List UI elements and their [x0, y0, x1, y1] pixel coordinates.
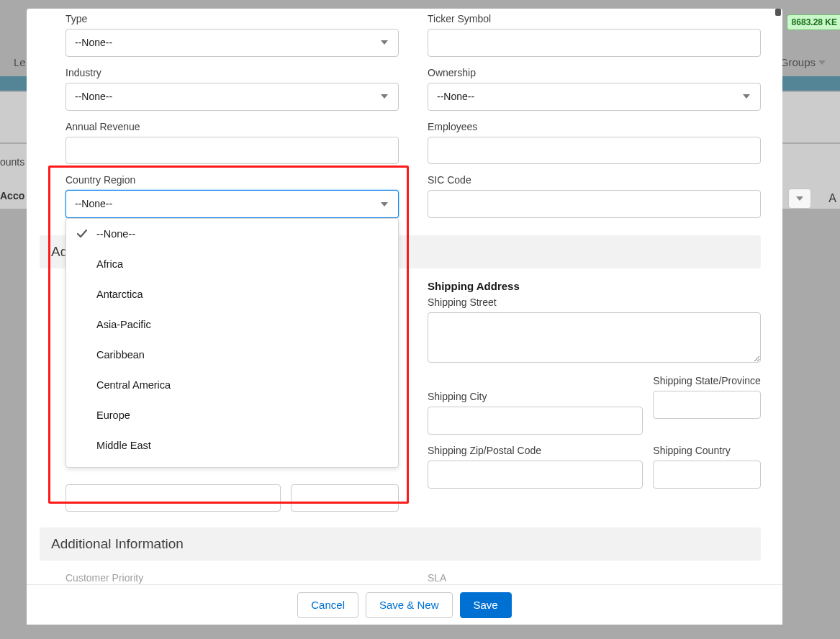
country-region-option-label: Middle East [96, 440, 151, 451]
type-value: --None-- [75, 37, 112, 49]
country-region-option-label: Antarctica [96, 289, 143, 300]
industry-value: --None-- [75, 91, 112, 103]
ticker-symbol-label: Ticker Symbol [428, 13, 761, 24]
country-region-option[interactable]: Caribbean [66, 340, 398, 370]
bg-text-acco: Acco [0, 190, 24, 201]
check-icon [76, 228, 88, 240]
country-region-value: --None-- [75, 198, 112, 210]
customer-priority-label: Customer Priority [66, 572, 399, 584]
annual-revenue-label: Annual Revenue [66, 121, 399, 132]
sic-code-input[interactable] [428, 190, 761, 218]
industry-select[interactable]: --None-- [66, 83, 399, 111]
country-region-option-label: Caribbean [96, 349, 145, 361]
sla-label: SLA [428, 572, 761, 584]
type-select[interactable]: --None-- [66, 29, 399, 57]
shipping-city-label: Shipping City [428, 375, 643, 402]
billing-zip-input-partial[interactable] [66, 484, 281, 512]
shipping-country-label: Shipping Country [653, 445, 761, 456]
chevron-down-icon [818, 60, 826, 65]
ticker-symbol-input[interactable] [428, 29, 761, 57]
chevron-down-icon [381, 94, 388, 99]
nav-fragment-right: Groups [780, 56, 826, 68]
ownership-label: Ownership [428, 67, 761, 78]
country-region-label: Country Region [66, 174, 399, 186]
country-region-select[interactable]: --None-- [66, 190, 399, 218]
shipping-zip-label: Shipping Zip/Postal Code [428, 445, 643, 456]
nav-groups-label: Groups [780, 56, 816, 68]
country-region-option[interactable]: Asia-Pacific [66, 309, 398, 340]
shipping-address-title: Shipping Address [428, 280, 761, 292]
additional-info-section-header: Additional Information [40, 527, 761, 561]
country-region-option[interactable]: Antarctica [66, 279, 398, 309]
shipping-street-label: Shipping Street [428, 296, 761, 308]
save-and-new-button[interactable]: Save & New [366, 592, 453, 618]
modal-footer: Cancel Save & New Save [27, 584, 782, 625]
chevron-down-icon [743, 94, 750, 99]
employees-label: Employees [428, 121, 761, 132]
chevron-down-icon [796, 196, 803, 201]
perf-badge: 8683.28 KE [787, 14, 840, 30]
sic-code-label: SIC Code [428, 174, 761, 186]
country-region-option[interactable]: Africa [66, 249, 398, 279]
bg-text-ounts: ounts [0, 156, 24, 168]
nav-fragment-left: Le [14, 56, 26, 68]
annual-revenue-input[interactable] [66, 137, 399, 165]
country-region-listbox[interactable]: --None--AfricaAntarcticaAsia-PacificCari… [66, 218, 399, 468]
type-label: Type [66, 13, 399, 24]
bg-right-letter: A [828, 192, 836, 205]
country-region-option-label: Asia-Pacific [96, 319, 151, 330]
record-edit-modal: Type --None-- Ticker Symbol Industry [27, 9, 782, 625]
shipping-state-input[interactable] [653, 391, 761, 419]
country-region-option[interactable]: Middle East [66, 430, 398, 461]
shipping-street-input[interactable] [428, 312, 761, 363]
industry-label: Industry [66, 67, 399, 78]
chevron-down-icon [381, 202, 388, 207]
country-region-option-label: Central America [96, 379, 171, 391]
country-region-option[interactable]: Europe [66, 400, 398, 430]
ownership-select[interactable]: --None-- [428, 83, 761, 111]
country-region-option-label: Africa [96, 258, 123, 270]
country-region-option[interactable]: --None-- [66, 219, 398, 249]
shipping-city-input[interactable] [428, 407, 643, 435]
country-region-option[interactable]: Central America [66, 370, 398, 400]
save-button[interactable]: Save [460, 592, 512, 618]
bg-right-controls: A [788, 189, 836, 209]
chevron-down-icon [381, 40, 388, 45]
shipping-zip-input[interactable] [428, 461, 643, 489]
country-region-option-label: --None-- [96, 228, 135, 240]
country-region-option-label: Europe [96, 409, 130, 421]
shipping-state-label: Shipping State/Province [653, 375, 761, 386]
billing-country-input-partial[interactable] [291, 484, 399, 512]
ownership-value: --None-- [437, 91, 474, 103]
cancel-button[interactable]: Cancel [297, 592, 358, 618]
shipping-country-input[interactable] [653, 461, 761, 489]
employees-input[interactable] [428, 137, 761, 165]
